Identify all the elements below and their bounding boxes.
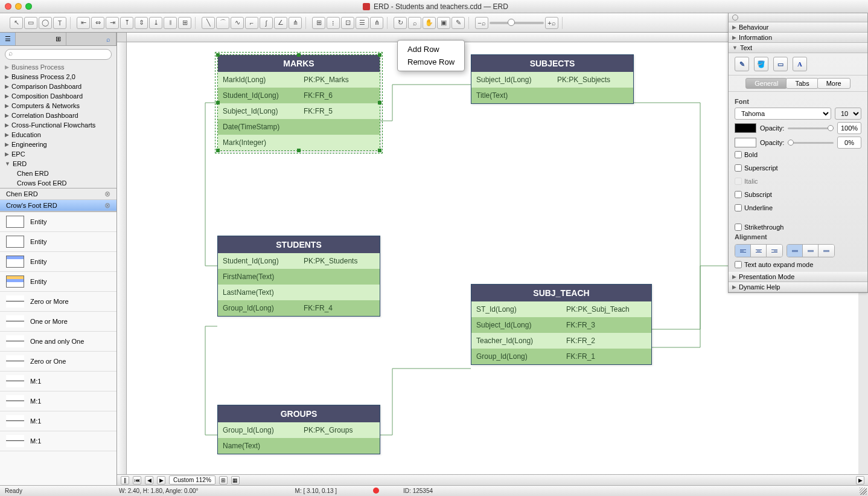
selection-handle[interactable] xyxy=(297,53,301,57)
inspector-section-presentation[interactable]: ▶Presentation Mode xyxy=(729,272,867,282)
connector-arc-icon[interactable]: ⌒ xyxy=(216,17,229,29)
erd-table-row[interactable]: Student_Id(Long)FK:FR_6 xyxy=(218,88,380,103)
connector-angle-icon[interactable]: ∠ xyxy=(274,17,287,29)
tree-item-composition-dashboard[interactable]: ▶Composition Dashboard xyxy=(0,91,116,101)
pen-color-icon[interactable]: ✎ xyxy=(735,57,749,71)
font-size-select[interactable]: 10 xyxy=(835,108,861,120)
erd-table-header[interactable]: MARKS xyxy=(218,55,380,72)
align-v-bottom[interactable] xyxy=(819,245,834,257)
tree-item-comparison-dashboard[interactable]: ▶Comparison Dashboard xyxy=(0,82,116,91)
shape-zero-or-more[interactable]: Zero or More xyxy=(0,292,116,312)
selection-handle[interactable] xyxy=(216,149,220,152)
tree-item-computers-networks[interactable]: ▶Computers & Networks xyxy=(0,101,116,111)
shape-m-1[interactable]: M:1 xyxy=(0,372,116,391)
inspector-section-unknown[interactable] xyxy=(729,13,867,22)
fill-color-icon[interactable]: 🪣 xyxy=(754,57,768,71)
open-doc-crow-s-foot-erd[interactable]: Crow's Foot ERD⊗ xyxy=(0,200,116,211)
zoom-in-icon[interactable]: +⌕ xyxy=(545,17,558,29)
erd-table-row[interactable]: Name(Text) xyxy=(218,438,380,454)
ellipse-tool-icon[interactable]: ◯ xyxy=(39,17,52,29)
shape-entity[interactable]: Entity xyxy=(0,232,116,252)
next-page-icon[interactable]: ▶ xyxy=(157,476,165,485)
strikethrough-checkbox[interactable]: Strikethrough xyxy=(735,224,796,231)
snap-objects-icon[interactable]: ⊡ xyxy=(341,17,354,29)
align-middle-icon[interactable]: ⇕ xyxy=(135,17,148,29)
shape-entity[interactable]: Entity xyxy=(0,212,116,232)
bg-opacity-input[interactable] xyxy=(837,137,861,149)
selection-handle[interactable] xyxy=(297,149,301,152)
erd-table-header[interactable]: GROUPS xyxy=(218,405,380,422)
refresh-icon[interactable]: ↻ xyxy=(394,17,407,29)
tree-item-crows-foot-erd[interactable]: Crows Foot ERD xyxy=(0,178,116,188)
group-icon[interactable]: ⊞ xyxy=(178,17,191,29)
presentation-icon[interactable]: ▣ xyxy=(437,17,450,29)
tree-item-engineering[interactable]: ▶Engineering xyxy=(0,140,116,149)
erd-table-subj_teach[interactable]: SUBJ_TEACHST_Id(Long)PK:PK_Subj_TeachSub… xyxy=(471,284,652,365)
italic-checkbox[interactable]: Italic xyxy=(735,178,796,185)
text-opacity-input[interactable] xyxy=(837,122,861,134)
text-box-icon[interactable]: ▭ xyxy=(773,57,788,71)
erd-table-header[interactable]: SUBJ_TEACH xyxy=(471,285,651,301)
tree-item-erd[interactable]: ▼ERD xyxy=(0,159,116,169)
inspector-tab-tabs[interactable]: Tabs xyxy=(786,78,818,89)
text-color-swatch[interactable] xyxy=(735,123,756,133)
erd-table-header[interactable]: SUBJECTS xyxy=(471,55,633,72)
context-menu-add-row[interactable]: Add Row xyxy=(398,43,464,56)
tree-item-chen-erd[interactable]: Chen ERD xyxy=(0,169,116,178)
erd-table-row[interactable]: Group_Id(Long)FK:FR_4 xyxy=(218,300,380,316)
align-h-center[interactable] xyxy=(751,245,767,257)
text-tool-icon[interactable]: T xyxy=(53,17,66,29)
vertical-ruler[interactable] xyxy=(117,42,127,474)
erd-table-row[interactable]: Date(TimeStamp) xyxy=(218,119,380,135)
zoom-out-icon[interactable]: −⌕ xyxy=(475,17,488,29)
erd-table-row[interactable]: Subject_Id(Long)FK:FR_3 xyxy=(471,317,651,333)
bg-opacity-slider[interactable] xyxy=(788,142,834,144)
hand-tool-icon[interactable]: ✋ xyxy=(423,17,436,29)
pointer-tool-icon[interactable]: ↖ xyxy=(10,17,23,29)
erd-table-row[interactable]: ST_Id(Long)PK:PK_Subj_Teach xyxy=(471,301,651,317)
erd-table-row[interactable]: Title(Text) xyxy=(471,88,633,103)
auto-expand-checkbox[interactable]: Text auto expand mode xyxy=(735,261,861,268)
zoom-slider[interactable] xyxy=(490,22,544,24)
erd-table-row[interactable]: Group_Id(Long)PK:PK_Groups xyxy=(218,422,380,438)
close-tab-icon[interactable]: ⊗ xyxy=(104,201,110,210)
eyedropper-icon[interactable]: ✎ xyxy=(452,17,465,29)
close-tab-icon[interactable]: ⊗ xyxy=(104,190,110,198)
erd-table-header[interactable]: STUDENTS xyxy=(218,236,380,253)
tree-item-education[interactable]: ▶Education xyxy=(0,130,116,140)
tree-item-epc[interactable]: ▶EPC xyxy=(0,149,116,159)
bg-color-swatch[interactable] xyxy=(735,138,756,147)
erd-table-row[interactable]: LastName(Text) xyxy=(218,285,380,300)
shape-entity[interactable]: Entity xyxy=(0,272,116,292)
erd-table-subjects[interactable]: SUBJECTSSubject_Id(Long)PK:PK_SubjectsTi… xyxy=(471,54,634,104)
prev-page-icon[interactable]: ◀ xyxy=(145,476,153,485)
connector-bezier-icon[interactable]: ∫ xyxy=(260,17,273,29)
font-icon[interactable]: A xyxy=(793,57,807,71)
rectangle-tool-icon[interactable]: ▭ xyxy=(24,17,37,29)
zoom-level-label[interactable]: Custom 112% xyxy=(169,475,215,485)
align-center-icon[interactable]: ⇔ xyxy=(91,17,104,29)
inspector-section-dynamic-help[interactable]: ▶Dynamic Help xyxy=(729,282,867,292)
shape-entity[interactable]: Entity xyxy=(0,252,116,272)
zoom-window-button[interactable] xyxy=(25,3,32,10)
shape-one-or-more[interactable]: One or More xyxy=(0,312,116,332)
erd-table-row[interactable]: Subject_Id(Long)PK:PK_Subjects xyxy=(471,72,633,88)
shape-m-1[interactable]: M:1 xyxy=(0,411,116,431)
superscript-checkbox[interactable]: Superscript xyxy=(735,164,796,172)
context-menu-remove-row[interactable]: Remove Row xyxy=(398,56,464,68)
first-page-icon[interactable]: ⏮ xyxy=(133,476,141,485)
selection-handle[interactable] xyxy=(216,101,220,105)
inspector-section-text[interactable]: ▼Text xyxy=(729,43,867,53)
slider-thumb[interactable] xyxy=(788,140,794,146)
resize-grip-icon[interactable] xyxy=(860,488,867,495)
tree-item-business-process[interactable]: ▶Business Process xyxy=(0,62,116,72)
connector-split-icon[interactable]: ⋔ xyxy=(289,17,302,29)
tab-grid-icon[interactable]: ⊞ xyxy=(51,33,66,45)
tab-search-icon[interactable]: ⌕ xyxy=(101,33,116,45)
shape-one-and-only-one[interactable]: One and only One xyxy=(0,332,116,352)
underline-checkbox[interactable]: Underline xyxy=(735,204,796,211)
inspector-tab-general[interactable]: General xyxy=(745,78,787,89)
selection-handle[interactable] xyxy=(378,149,381,152)
grid-toggle-icon[interactable]: ⊞ xyxy=(219,476,228,485)
erd-table-row[interactable]: FirstName(Text) xyxy=(218,269,380,285)
